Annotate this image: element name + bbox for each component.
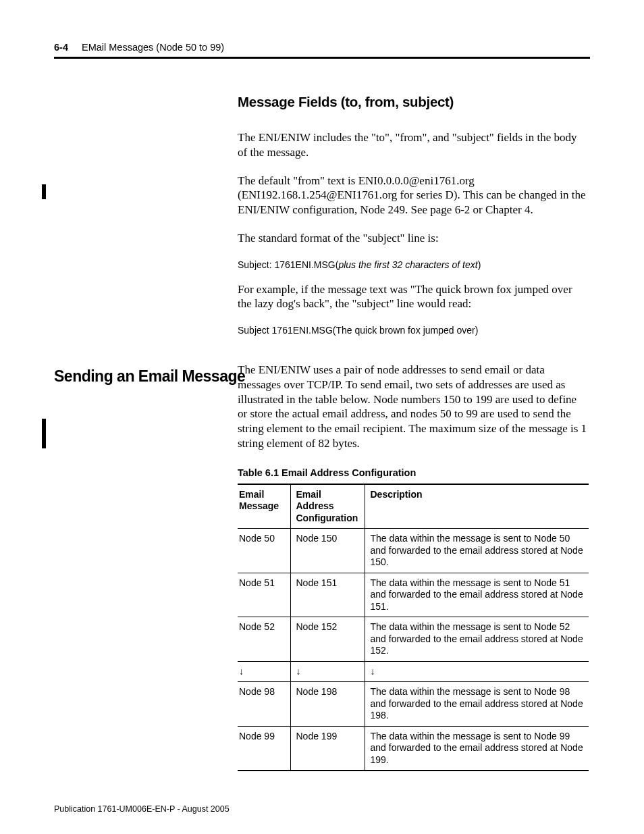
table-cell: The data within the message is sent to N… <box>365 617 589 662</box>
table-row: Node 51 Node 151 The data within the mes… <box>238 573 589 617</box>
table-header-cell: Email Address Configuration <box>290 484 365 529</box>
table-cell: ↓ <box>290 661 365 682</box>
table-cell: Node 99 <box>238 726 290 771</box>
table-row: Node 99 Node 199 The data within the mes… <box>238 726 589 771</box>
table-row: Node 50 Node 150 The data within the mes… <box>238 529 589 573</box>
table-cell: ↓ <box>238 661 290 682</box>
table-cell: Node 198 <box>290 682 365 727</box>
table-body: Node 50 Node 150 The data within the mes… <box>238 529 589 771</box>
table-cell: The data within the message is sent to N… <box>365 529 589 573</box>
content-column: Message Fields (to, from, subject) The E… <box>238 94 590 336</box>
table-row: Node 52 Node 152 The data within the mes… <box>238 617 589 662</box>
code-line: Subject: 1761ENI.MSG(plus the first 32 c… <box>238 259 590 270</box>
table-caption: Table 6.1 Email Address Configuration <box>238 467 590 478</box>
revision-bar <box>42 419 46 448</box>
paragraph: The standard format of the "subject" lin… <box>238 231 589 246</box>
table-cell: Node 50 <box>238 529 290 573</box>
footer-publication: Publication 1761-UM006E-EN-P - August 20… <box>54 804 230 814</box>
paragraph: The default "from" text is ENI0.0.0.0@en… <box>238 174 589 217</box>
table-cell: Node 51 <box>238 573 290 617</box>
content-column: The ENI/ENIW uses a pair of node address… <box>238 363 590 771</box>
code-italic: plus the first 32 characters of text <box>338 259 477 270</box>
table-cell: Node 150 <box>290 529 365 573</box>
subsection-heading: Message Fields (to, from, subject) <box>238 94 590 110</box>
section-heading: Sending an Email Message <box>54 367 245 386</box>
table-cell: Node 152 <box>290 617 365 662</box>
table-header-row: Email Message Email Address Configuratio… <box>238 484 589 529</box>
table-cell: Node 151 <box>290 573 365 617</box>
table-cell: ↓ <box>365 661 589 682</box>
table-row: ↓ ↓ ↓ <box>238 661 589 682</box>
table-cell: The data within the message is sent to N… <box>365 682 589 727</box>
header-title: EMail Messages (Node 50 to 99) <box>82 42 224 53</box>
header-rule <box>54 57 590 59</box>
revision-bar <box>42 184 46 199</box>
email-config-table: Email Message Email Address Configuratio… <box>238 484 589 772</box>
table-header-cell: Email Message <box>238 484 290 529</box>
table-cell: The data within the message is sent to N… <box>365 726 589 771</box>
paragraph: The ENI/ENIW uses a pair of node address… <box>238 363 589 451</box>
table-header-cell: Description <box>365 484 589 529</box>
code-line: Subject 1761ENI.MSG(The quick brown fox … <box>238 325 590 336</box>
table-cell: Node 52 <box>238 617 290 662</box>
table-cell: Node 98 <box>238 682 290 727</box>
page-number: 6-4 <box>54 42 68 53</box>
page: 6-4 EMail Messages (Node 50 to 99) Messa… <box>0 0 644 834</box>
code-text: Subject: 1761ENI.MSG( <box>238 259 338 270</box>
table-row: Node 98 Node 198 The data within the mes… <box>238 682 589 727</box>
table-cell: Node 199 <box>290 726 365 771</box>
running-header: 6-4 EMail Messages (Node 50 to 99) <box>54 42 590 53</box>
code-text: ) <box>478 259 481 270</box>
table-cell: The data within the message is sent to N… <box>365 573 589 617</box>
paragraph: The ENI/ENIW includes the "to", "from", … <box>238 130 589 160</box>
paragraph: For example, if the message text was "Th… <box>238 282 589 312</box>
